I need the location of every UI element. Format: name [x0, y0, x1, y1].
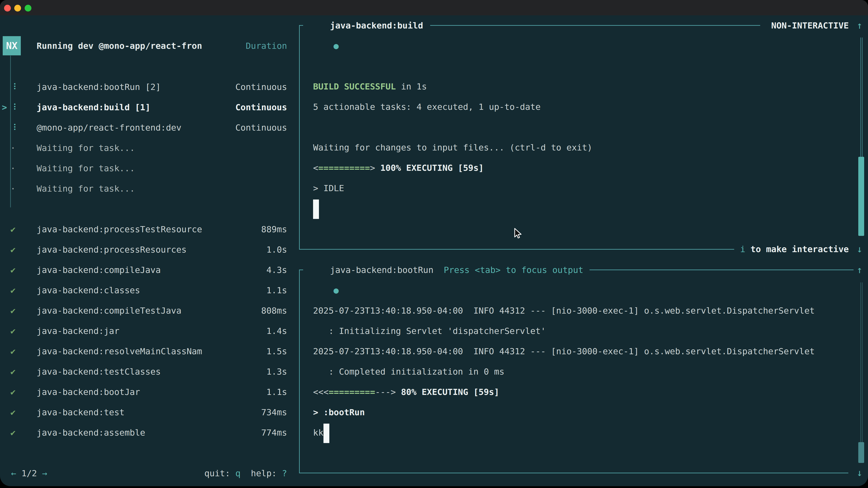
terminal-line	[313, 117, 592, 137]
task-duration: Continuous	[0, 97, 287, 118]
terminal-line: <==========> 100% EXECUTING [59s]	[313, 158, 592, 178]
task-duration: 1.4s	[0, 321, 287, 341]
bootrun-scroll-down-icon[interactable]: ↓	[857, 463, 862, 483]
quit-label: quit:	[204, 468, 230, 478]
minimize-window-icon[interactable]	[14, 5, 21, 11]
text-segment: <	[313, 163, 318, 173]
terminal-line	[313, 56, 592, 76]
help-key: ?	[282, 468, 287, 478]
task-row[interactable]: ⠸@mono-app/react-frontend:devContinuous	[0, 118, 300, 138]
text-segment: > :bootRun	[313, 408, 365, 417]
close-window-icon[interactable]	[4, 5, 11, 11]
bootrun-pane-body: 2025-07-23T13:40:18.950-04:00 INFO 44312…	[313, 280, 815, 443]
text-segment: 2025-07-23T13:40:18.950-04:00 INFO 44312…	[313, 306, 815, 316]
task-row[interactable]: ✔java-backend:compileTestJava808ms	[0, 300, 300, 321]
keyboard-hints: quit: q help: ?	[0, 463, 287, 484]
task-row[interactable]: ✔java-backend:jar1.4s	[0, 321, 300, 341]
task-row[interactable]: ·Waiting for task...	[0, 158, 300, 178]
build-pane-left-border	[299, 25, 300, 250]
task-duration: 808ms	[0, 300, 287, 321]
task-duration: 1.3s	[0, 361, 287, 382]
bootrun-scrollbar-track[interactable]	[860, 283, 863, 442]
task-duration: 774ms	[0, 422, 287, 443]
task-duration: 1.1s	[0, 382, 287, 402]
build-scrollbar-thumb[interactable]	[858, 157, 864, 236]
bootrun-pane-title[interactable]: java-backend:bootRun	[330, 260, 434, 280]
text-segment: 5 actionable tasks: 4 executed, 1 up-to-…	[313, 102, 541, 112]
task-row[interactable]: >⠸java-backend:build [1]Continuous	[0, 97, 300, 118]
interactive-hint-text: to make interactive	[745, 244, 849, 254]
interactive-key: i	[740, 244, 745, 254]
terminal-line: Waiting for changes to input files... (c…	[313, 137, 592, 158]
task-row-spacer	[0, 199, 300, 219]
mouse-cursor-icon	[514, 228, 523, 239]
task-list: ⠸java-backend:bootRun [2]Continuous>⠸jav…	[0, 77, 300, 443]
terminal-line	[313, 198, 592, 219]
task-duration: 1.1s	[0, 280, 287, 300]
text-segment: kk	[313, 428, 323, 437]
terminal-cursor	[313, 199, 319, 219]
dot-icon: ·	[10, 178, 16, 199]
task-row[interactable]: ·Waiting for task...	[0, 138, 300, 158]
task-duration: 4.3s	[0, 260, 287, 280]
terminal-line: 2025-07-23T13:40:18.950-04:00 INFO 44312…	[313, 300, 815, 321]
terminal-line: : Completed initialization in 0 ms	[313, 361, 815, 382]
task-duration: 734ms	[0, 402, 287, 422]
terminal-cursor	[323, 424, 329, 443]
task-row[interactable]: ✔java-backend:bootJar1.1s	[0, 382, 300, 402]
bootrun-pane-bottom-border	[299, 473, 848, 473]
task-row[interactable]: ·Waiting for task...	[0, 178, 300, 199]
text-segment: >	[370, 163, 380, 173]
task-label: Waiting for task...	[37, 138, 135, 158]
bootrun-focus-hint: Press <tab> to focus output	[444, 260, 583, 280]
quit-key: q	[235, 468, 241, 478]
bootrun-scrollbar-thumb[interactable]	[858, 442, 864, 463]
text-segment: 100% EXECUTING [59s]	[380, 163, 484, 173]
task-row[interactable]: ⠸java-backend:bootRun [2]Continuous	[0, 77, 300, 97]
terminal-line	[313, 36, 592, 56]
titlebar[interactable]	[0, 0, 868, 15]
task-label: Waiting for task...	[37, 178, 135, 199]
sidebar-footer: ← 1/2 → quit: q help: ?	[0, 463, 287, 484]
build-scrollbar-track[interactable]	[860, 37, 863, 157]
task-duration: 889ms	[0, 219, 287, 239]
text-segment: : Completed initialization in 0 ms	[313, 367, 504, 377]
dot-icon: ·	[10, 138, 16, 158]
task-duration: Continuous	[0, 77, 287, 97]
dot-icon: ·	[10, 158, 16, 178]
build-scroll-down-icon[interactable]: ↓	[857, 239, 862, 259]
task-row[interactable]: ✔java-backend:assemble774ms	[0, 422, 300, 443]
duration-column-header: Duration	[0, 36, 287, 56]
task-row[interactable]: ✔java-backend:compileJava4.3s	[0, 260, 300, 280]
app-window: NX Running dev @mono-app/react-fron Dura…	[0, 0, 868, 486]
text-segment: =========	[329, 387, 375, 397]
terminal-line: > IDLE	[313, 178, 592, 198]
terminal-line: kk	[313, 422, 815, 443]
terminal-line: > :bootRun	[313, 402, 815, 422]
task-row[interactable]: ✔java-backend:test734ms	[0, 402, 300, 422]
zoom-window-icon[interactable]	[25, 5, 31, 11]
task-row[interactable]: ✔java-backend:resolveMainClassNam1.5s	[0, 341, 300, 361]
build-pane-hint[interactable]: i to make interactive	[0, 239, 849, 259]
build-pane-badge: NON-INTERACTIVE	[0, 15, 849, 36]
sidebar-header: Running dev @mono-app/react-fron Duratio…	[0, 36, 287, 56]
build-scroll-up-icon[interactable]: ↑	[857, 15, 862, 36]
help-label: help:	[251, 468, 277, 478]
bootrun-scroll-up-icon[interactable]: ↑	[857, 260, 862, 280]
text-segment: in 1s	[396, 82, 427, 92]
text-segment: BUILD SUCCESSFUL	[313, 82, 396, 92]
terminal-line	[313, 280, 815, 300]
build-pane-body: BUILD SUCCESSFUL in 1s5 actionable tasks…	[313, 36, 592, 219]
terminal-line: 5 actionable tasks: 4 executed, 1 up-to-…	[313, 97, 592, 117]
bootrun-pane-top-stub	[299, 269, 303, 270]
terminal-line: BUILD SUCCESSFUL in 1s	[313, 76, 592, 97]
task-row[interactable]: ✔java-backend:processTestResource889ms	[0, 219, 300, 239]
text-segment: --->	[375, 387, 401, 397]
task-row[interactable]: ✔java-backend:classes1.1s	[0, 280, 300, 300]
task-row[interactable]: ✔java-backend:testClasses1.3s	[0, 361, 300, 382]
task-duration: Continuous	[0, 118, 287, 138]
terminal-line: <<<=========---> 80% EXECUTING [59s]	[313, 382, 815, 402]
text-segment: ==========	[318, 163, 370, 173]
terminal-line: : Initializing Servlet 'dispatcherServle…	[313, 321, 815, 341]
terminal-line: 2025-07-23T13:40:18.950-04:00 INFO 44312…	[313, 341, 815, 361]
